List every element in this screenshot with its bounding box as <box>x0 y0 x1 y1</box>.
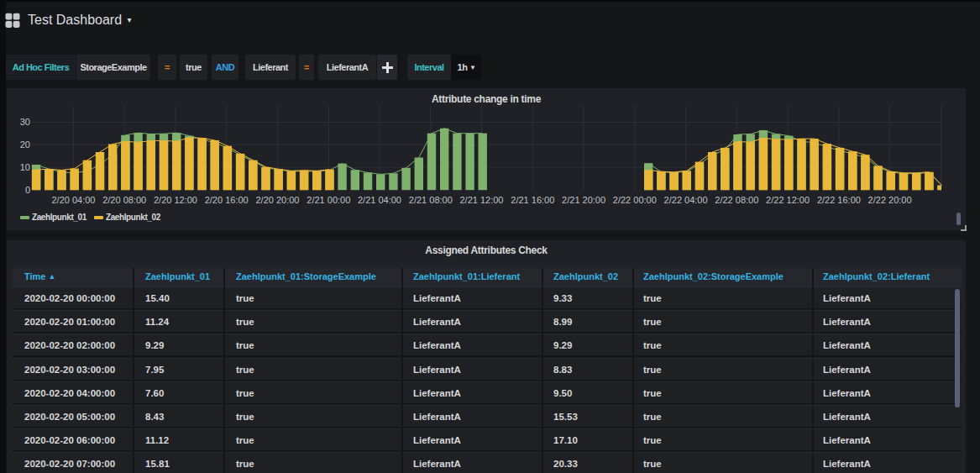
svg-text:2/20 20:00: 2/20 20:00 <box>256 195 300 205</box>
svg-text:2/20 08:00: 2/20 08:00 <box>102 195 146 205</box>
svg-text:2/21 08:00: 2/21 08:00 <box>409 195 453 205</box>
svg-text:2/22 20:00: 2/22 20:00 <box>868 195 912 205</box>
svg-text:10: 10 <box>20 162 30 172</box>
svg-text:2/21 20:00: 2/21 20:00 <box>562 195 605 205</box>
svg-text:20: 20 <box>20 139 30 150</box>
svg-text:0: 0 <box>25 185 30 195</box>
svg-text:2/20 04:00: 2/20 04:00 <box>52 195 96 205</box>
svg-text:2/20 16:00: 2/20 16:00 <box>205 195 249 205</box>
svg-text:2/22 04:00: 2/22 04:00 <box>664 195 708 205</box>
svg-text:2/20 12:00: 2/20 12:00 <box>154 195 197 205</box>
svg-text:30: 30 <box>20 117 30 127</box>
svg-text:2/21 16:00: 2/21 16:00 <box>511 195 554 205</box>
svg-text:2/22 12:00: 2/22 12:00 <box>766 195 810 205</box>
svg-text:2/22 00:00: 2/22 00:00 <box>613 195 657 205</box>
svg-text:2/21 00:00: 2/21 00:00 <box>307 195 350 205</box>
svg-text:2/22 16:00: 2/22 16:00 <box>817 195 861 205</box>
svg-text:2/22 08:00: 2/22 08:00 <box>715 195 758 205</box>
svg-text:2/21 04:00: 2/21 04:00 <box>358 195 401 205</box>
svg-text:2/21 12:00: 2/21 12:00 <box>460 195 504 205</box>
